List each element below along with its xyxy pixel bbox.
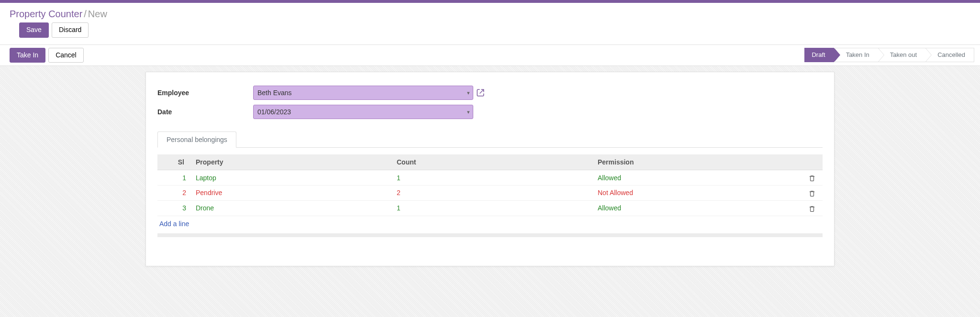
col-header-permission: Permission xyxy=(593,154,802,170)
cell-permission[interactable]: Not Allowed xyxy=(593,185,802,200)
save-button[interactable]: Save xyxy=(19,22,49,38)
chevron-down-icon: ▾ xyxy=(467,109,470,115)
cell-sl: 3 xyxy=(157,200,191,216)
add-line-link[interactable]: Add a line xyxy=(157,216,823,231)
date-label: Date xyxy=(157,108,253,116)
cell-sl: 2 xyxy=(157,185,191,200)
discard-button[interactable]: Discard xyxy=(52,22,89,38)
cell-count[interactable]: 1 xyxy=(392,170,593,186)
status-stage-taken-out[interactable]: Taken out xyxy=(878,48,926,62)
belongings-table: Sl Property Count Permission 1Laptop1All… xyxy=(157,154,823,216)
cell-property[interactable]: Laptop xyxy=(191,170,392,186)
horizontal-scrollbar[interactable] xyxy=(157,233,823,237)
breadcrumb-root-link[interactable]: Property Counter xyxy=(10,9,82,19)
cell-permission[interactable]: Allowed xyxy=(593,170,802,186)
form-sheet: Employee Beth Evans ▾ Date 01/06/2023 ▾ xyxy=(145,72,835,266)
cell-permission[interactable]: Allowed xyxy=(593,200,802,216)
delete-row-button[interactable] xyxy=(802,200,823,216)
cell-count[interactable]: 2 xyxy=(392,185,593,200)
status-stage-cancelled[interactable]: Cancelled xyxy=(925,48,974,62)
col-header-delete xyxy=(802,154,823,170)
breadcrumb-separator: / xyxy=(84,9,87,19)
cell-sl: 1 xyxy=(157,170,191,186)
col-header-sl: Sl xyxy=(157,154,191,170)
external-link-icon[interactable] xyxy=(476,88,485,97)
trash-icon xyxy=(809,174,815,181)
cell-property[interactable]: Drone xyxy=(191,200,392,216)
table-row[interactable]: 2Pendrive2Not Allowed xyxy=(157,185,823,200)
delete-row-button[interactable] xyxy=(802,170,823,186)
employee-select[interactable]: Beth Evans ▾ xyxy=(253,86,473,100)
chevron-down-icon: ▾ xyxy=(467,90,470,96)
cell-property[interactable]: Pendrive xyxy=(191,185,392,200)
trash-icon xyxy=(809,204,815,212)
col-header-count: Count xyxy=(392,154,593,170)
tab-list: Personal belongings xyxy=(157,131,823,148)
status-stage-draft[interactable]: Draft xyxy=(804,48,834,62)
status-stage-taken-in[interactable]: Taken In xyxy=(834,48,879,62)
breadcrumb-current: New xyxy=(88,9,107,19)
col-header-property: Property xyxy=(191,154,392,170)
take-in-button[interactable]: Take In xyxy=(10,48,45,63)
delete-row-button[interactable] xyxy=(802,185,823,200)
cancel-button[interactable]: Cancel xyxy=(48,48,84,63)
cell-count[interactable]: 1 xyxy=(392,200,593,216)
tab-personal-belongings[interactable]: Personal belongings xyxy=(157,131,236,148)
employee-label: Employee xyxy=(157,89,253,97)
table-row[interactable]: 3Drone1Allowed xyxy=(157,200,823,216)
date-select[interactable]: 01/06/2023 ▾ xyxy=(253,105,473,119)
employee-select-value: Beth Evans xyxy=(257,89,292,97)
trash-icon xyxy=(809,189,815,197)
date-select-value: 01/06/2023 xyxy=(257,108,291,116)
breadcrumb: Property Counter/New xyxy=(10,9,970,20)
status-stages: DraftTaken InTaken outCancelled xyxy=(805,48,974,62)
table-row[interactable]: 1Laptop1Allowed xyxy=(157,170,823,186)
